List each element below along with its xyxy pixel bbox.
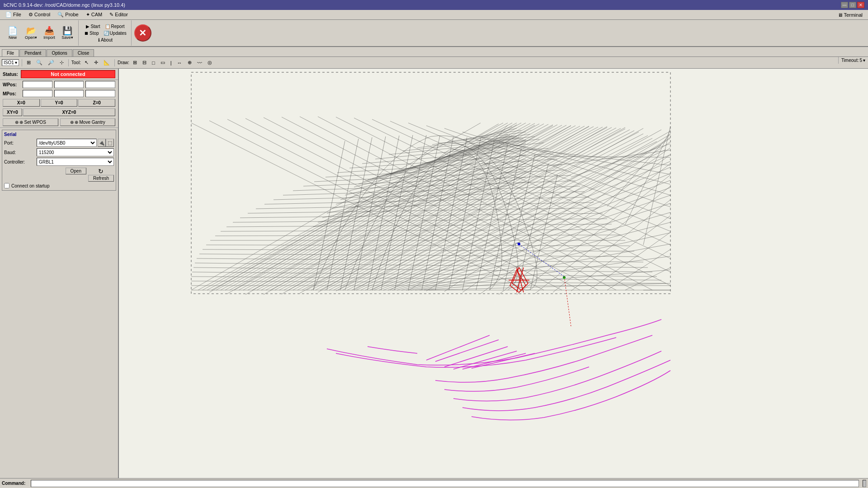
connect-startup-checkbox[interactable] — [4, 183, 9, 188]
tool-move-btn[interactable]: ✛ — [92, 59, 100, 66]
command-label: Command: — [2, 481, 25, 486]
timeout-expand-icon[interactable]: ▾ — [863, 58, 865, 63]
new-icon: 📄 — [8, 27, 18, 35]
zoom-out-btn[interactable]: 🔎 — [46, 59, 56, 66]
stop-button[interactable]: ⏹ Stop — [82, 30, 101, 36]
menu-probe[interactable]: 🔍 Probe — [54, 11, 82, 19]
menu-cam[interactable]: ✦ CAM — [82, 11, 106, 19]
move-gantry-btn[interactable]: ⊕ ⊕ Move Gantry — [60, 118, 116, 126]
move-gantry-icon: ⊕ — [70, 120, 74, 125]
draw-limits-btn[interactable]: | — [169, 59, 174, 66]
wpos-y-field — [54, 81, 84, 88]
view-toolbar: ISO1 ▾ ⊞ 🔍 🔎 ⊹ Tool: ↖ ✛ 📐 Draw: ⊞ ⊟ □ ▭… — [0, 57, 868, 69]
import-icon: 📥 — [44, 27, 54, 35]
connect-startup-row: Connect on startup — [4, 183, 114, 188]
save-button[interactable]: 💾 Save▾ — [59, 25, 75, 41]
status-value: Not connected — [21, 70, 115, 78]
port-select[interactable]: /dev/ttyUSB0 — [37, 139, 97, 147]
titlebar: bCNC 0.9.14-dev: /root/CAD/dome.ngc (lin… — [0, 0, 868, 10]
menu-editor[interactable]: ✎ Editor — [106, 11, 132, 19]
bottom-command-bar: Command: — [0, 478, 868, 488]
open-button[interactable]: Open — [66, 168, 86, 174]
mpos-row: MPos: — [0, 89, 118, 98]
port-icon2[interactable]: ⬚ — [106, 139, 114, 147]
tab-close[interactable]: Close — [73, 49, 94, 56]
draw-label: Draw: — [118, 60, 129, 65]
menu-file[interactable]: 📄 File — [2, 11, 25, 19]
xy-zero-btn[interactable]: XY=0 — [3, 108, 22, 116]
gcode-viewport[interactable] — [119, 69, 868, 478]
timeout-label: Timeout: — [841, 58, 859, 63]
controller-row: Controller: GRBL1 — [4, 158, 114, 166]
tool-measure-btn[interactable]: 📐 — [102, 59, 112, 66]
canvas-area[interactable] — [119, 69, 868, 478]
x-zero-btn[interactable]: X=0 — [3, 99, 40, 107]
tab-file[interactable]: File — [2, 49, 19, 56]
window-controls: — □ ✕ — [841, 2, 864, 8]
action-buttons-row: ⊕ ⊕ Set WPOS ⊕ ⊕ Move Gantry — [0, 117, 118, 127]
grid-btn[interactable]: ⊹ — [58, 59, 66, 66]
open-button[interactable]: 📂 Open▾ — [23, 25, 39, 41]
y-zero-btn[interactable]: Y=0 — [41, 99, 78, 107]
separator3 — [114, 59, 115, 66]
report-button[interactable]: 📋 Report — [103, 23, 127, 29]
wpos-z-field — [85, 81, 115, 88]
draw-rapids-btn[interactable]: ↔ — [175, 59, 184, 66]
updates-button[interactable]: 🔄 Updates — [102, 30, 128, 36]
draw-grid-btn[interactable]: ⊞ — [131, 59, 139, 66]
minimize-btn[interactable]: — — [841, 2, 848, 8]
port-icon1[interactable]: 🔌 — [98, 139, 106, 147]
maximize-btn[interactable]: □ — [849, 2, 856, 8]
separator — [22, 59, 22, 66]
draw-box-btn[interactable]: □ — [150, 59, 157, 66]
xyz-zero-btn[interactable]: XYZ=0 — [23, 108, 115, 116]
terminal-btn[interactable]: 🖥 Terminal — [834, 11, 866, 19]
start-button[interactable]: ▶ Start — [84, 23, 102, 29]
move-gantry-label: ⊕ Move Gantry — [75, 120, 105, 125]
draw-workpiece-btn[interactable]: ▭ — [159, 59, 167, 66]
xy-xyz-row: XY=0 XYZ=0 — [0, 108, 118, 117]
view-mode-selector[interactable]: ISO1 ▾ — [2, 59, 19, 66]
refresh-button[interactable]: Refresh — [88, 175, 114, 182]
set-wpos-icon: ⊕ — [15, 120, 19, 125]
timeout-display: Timeout: 5 ▾ — [838, 57, 868, 64]
run-tools: ▶ Start 📋 Report ⏹ Stop 🔄 Updates ℹ Abou… — [80, 20, 132, 46]
tool-select-btn[interactable]: ↖ — [83, 59, 90, 66]
refresh-area: ↻ Refresh — [88, 168, 114, 182]
menubar: 📄 File ⚙ Control 🔍 Probe ✦ CAM ✎ Editor … — [0, 10, 868, 20]
command-input[interactable] — [31, 480, 859, 487]
new-button[interactable]: 📄 New — [5, 25, 21, 41]
baud-select[interactable]: 115200 — [37, 148, 114, 156]
wpos-x-field — [23, 81, 52, 88]
tool-label: Tool: — [71, 60, 81, 65]
status-bar: Status: Not connected — [0, 69, 118, 80]
port-row: Port: /dev/ttyUSB0 🔌 ⬚ — [4, 139, 114, 147]
draw-path-btn[interactable]: 〰 — [195, 59, 204, 66]
tab-options[interactable]: Options — [47, 49, 72, 56]
zoom-fit-btn[interactable]: ⊞ — [25, 59, 33, 66]
draw-cam-btn[interactable]: ◎ — [206, 59, 214, 66]
zoom-in-btn[interactable]: 🔍 — [34, 59, 44, 66]
draw-axes-btn[interactable]: ⊟ — [141, 59, 148, 66]
xyz-buttons-row: X=0 Y=0 Z=0 — [0, 98, 118, 108]
scrollbar-thumb[interactable] — [863, 480, 866, 487]
mpos-z-field — [85, 90, 115, 97]
timeout-value: 5 — [859, 58, 862, 63]
z-zero-btn[interactable]: Z=0 — [78, 99, 115, 107]
controller-select[interactable]: GRBL1 — [37, 158, 114, 166]
set-wpos-btn[interactable]: ⊕ ⊕ Set WPOS — [3, 118, 58, 126]
wpos-label: WPos: — [3, 82, 21, 87]
close-btn[interactable]: ✕ — [857, 2, 864, 8]
about-button[interactable]: ℹ About — [96, 37, 114, 43]
exit-button[interactable]: ✕ — [134, 24, 151, 42]
toolbar: 📄 New 📂 Open▾ 📥 Import 💾 Save▾ ▶ Start 📋… — [0, 20, 868, 47]
position-section: WPos: MPos: X=0 Y=0 Z=0 XY=0 XYZ=0 — [0, 80, 118, 128]
draw-endmill-btn[interactable]: ⊕ — [186, 59, 193, 66]
file-tools: 📄 New 📂 Open▾ 📥 Import 💾 Save▾ — [2, 20, 79, 46]
separator2 — [68, 59, 69, 66]
import-button[interactable]: 📥 Import — [41, 25, 57, 41]
menu-control[interactable]: ⚙ Control — [25, 11, 54, 19]
baud-label: Baud: — [4, 150, 36, 155]
save-icon: 💾 — [62, 27, 72, 35]
tab-pendant[interactable]: Pendant — [19, 49, 46, 56]
